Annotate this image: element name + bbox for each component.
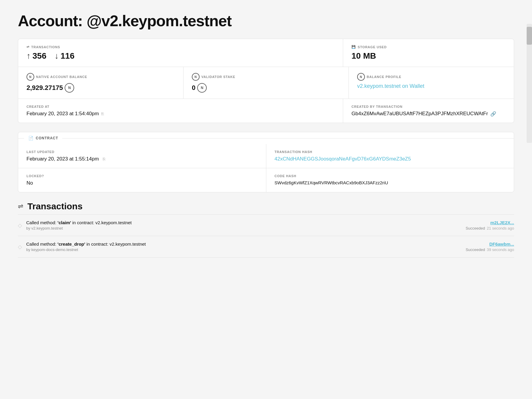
transactions-section-icon: ⇌ — [18, 202, 23, 210]
stats-row-1: ⇌ TRANSACTIONS ↑ 356 ↓ 116 💾 STORAGE USE… — [18, 39, 514, 67]
last-updated-value: February 20, 2023 at 1:55:14pm ⎘ — [27, 156, 258, 162]
near-badge-balance: N — [65, 83, 74, 93]
contract-title-text: CONTRACT — [36, 136, 58, 140]
validator-cell: N VALIDATOR STAKE 0 N — [183, 67, 349, 99]
storage-icon: 💾 — [351, 45, 356, 49]
created-by-cell: CREATED BY TRANSACTION Gb4xZ6MvAwE7aUBUS… — [343, 99, 514, 123]
tx-info-2: Called method: 'create_drop' in contract… — [26, 241, 146, 252]
scrollbar-thumb[interactable] — [527, 27, 532, 45]
tx-by-2: by keypom-docs-demo.testnet — [26, 247, 146, 252]
contract-row-1: LAST UPDATED February 20, 2023 at 1:55:1… — [18, 144, 514, 168]
stats-row-3: CREATED AT February 20, 2023 at 1:54:40p… — [18, 99, 514, 123]
native-balance-value: 2,929.27175 N — [27, 83, 175, 93]
locked-label: LOCKED? — [27, 174, 258, 178]
up-arrow-icon: ↑ — [27, 51, 31, 61]
created-at-copy-icon[interactable]: ⎘ — [101, 111, 104, 116]
tx-method-1: Called method: 'claim' in contract: v2.k… — [26, 220, 132, 225]
transactions-icon: ⇌ — [27, 45, 29, 49]
created-by-value[interactable]: Gb4xZ6MvAwE7aUBUSAftF7HEZpA3PJFMzhXREUCW… — [351, 111, 505, 117]
last-updated-copy-icon[interactable]: ⎘ — [103, 157, 105, 161]
validator-label: N VALIDATOR STAKE — [192, 73, 340, 81]
locked-cell: LOCKED? No — [18, 168, 266, 192]
table-row: ◇ Called method: 'claim' in contract: v2… — [18, 215, 514, 236]
transactions-section-title: Transactions — [27, 201, 83, 211]
transactions-label: ⇌ TRANSACTIONS — [27, 45, 335, 49]
tx-hash-link-2[interactable]: DF6awbm... — [489, 241, 514, 247]
balance-profile-label: N BALANCE PROFILE — [357, 73, 505, 81]
created-by-label: CREATED BY TRANSACTION — [351, 105, 505, 108]
transactions-section: ⇌ Transactions ◇ Called method: 'claim' … — [18, 201, 514, 258]
created-by-tx-hash: Gb4xZ6MvAwE7aUBUSAftF7HEZpA3PJFMzhXREUCW… — [351, 111, 488, 117]
balance-profile-link[interactable]: v2.keypom.testnet on Wallet — [357, 83, 424, 89]
code-hash-label: CODE HASH — [275, 174, 506, 178]
contract-section: 📄 CONTRACT LAST UPDATED February 20, 202… — [18, 132, 514, 192]
near-icon-validator: N — [192, 73, 200, 81]
created-at-cell: CREATED AT February 20, 2023 at 1:54:40p… — [18, 99, 343, 123]
contract-doc-icon: 📄 — [28, 136, 33, 141]
contract-header-line — [18, 138, 514, 138]
native-balance-label: N NATIVE ACCOUNT BALANCE — [27, 73, 175, 81]
page-title: Account: @v2.keypom.testnet — [18, 12, 514, 30]
native-balance-cell: N NATIVE ACCOUNT BALANCE 2,929.27175 N — [18, 67, 183, 99]
tx-status-row-1: Succeeded 21 seconds ago — [466, 226, 514, 230]
locked-value: No — [27, 180, 258, 186]
table-row: ◇ Called method: 'create_drop' in contra… — [18, 236, 514, 258]
balance-profile-cell: N BALANCE PROFILE v2.keypom.testnet on W… — [349, 67, 514, 99]
transactions-up: 356 — [32, 51, 46, 61]
transactions-value: ↑ 356 ↓ 116 — [27, 51, 335, 61]
transactions-down: 116 — [60, 51, 74, 61]
contract-row-2: LOCKED? No CODE HASH SWvdz6gKvWfZ1XqwRVR… — [18, 168, 514, 192]
near-icon-profile: N — [357, 73, 365, 81]
tx-time-2: 39 seconds ago — [487, 247, 514, 252]
tx-arrow-icon-1: ◇ — [18, 222, 22, 229]
created-at-value: February 20, 2023 at 1:54:40pm ⎘ — [27, 111, 335, 117]
tx-method-2: Called method: 'create_drop' in contract… — [26, 241, 146, 247]
tx-by-1: by v2.keypom.testnet — [26, 226, 132, 230]
tx-hash-cell: TRANSACTION HASH 42xCNdHANEGGSJoosqoraNe… — [266, 144, 514, 168]
transaction-right-1: m2LJE2X... Succeeded 21 seconds ago — [466, 220, 514, 230]
storage-label: 💾 STORAGE USED — [351, 45, 505, 49]
transaction-right-2: DF6awbm... Succeeded 39 seconds ago — [466, 241, 514, 252]
validator-value: 0 N — [192, 83, 340, 93]
transactions-list: ◇ Called method: 'claim' in contract: v2… — [18, 214, 514, 258]
scrollbar[interactable] — [527, 24, 532, 143]
created-at-label: CREATED AT — [27, 105, 335, 108]
stats-row-2: N NATIVE ACCOUNT BALANCE 2,929.27175 N N… — [18, 67, 514, 99]
tx-time-1: 21 seconds ago — [487, 226, 514, 230]
tx-status-2: Succeeded — [466, 247, 485, 252]
transaction-left-1: ◇ Called method: 'claim' in contract: v2… — [18, 220, 132, 230]
tx-info-1: Called method: 'claim' in contract: v2.k… — [26, 220, 132, 230]
transactions-header: ⇌ Transactions — [18, 201, 514, 211]
near-badge-validator: N — [197, 83, 207, 93]
stats-grid: ⇌ TRANSACTIONS ↑ 356 ↓ 116 💾 STORAGE USE… — [18, 39, 514, 123]
last-updated-cell: LAST UPDATED February 20, 2023 at 1:55:1… — [18, 144, 266, 168]
tx-arrow-icon-2: ◇ — [18, 244, 22, 250]
near-icon-balance: N — [27, 73, 34, 81]
transaction-left-2: ◇ Called method: 'create_drop' in contra… — [18, 241, 146, 252]
tx-hash-link-1[interactable]: m2LJE2X... — [490, 220, 514, 225]
balance-profile-value[interactable]: v2.keypom.testnet on Wallet — [357, 83, 505, 89]
tx-hash-label: TRANSACTION HASH — [275, 150, 506, 154]
last-updated-label: LAST UPDATED — [27, 150, 258, 154]
tx-hash-value[interactable]: 42xCNdHANEGGSJoosqoraNeAFgvD76xG6AYDSmeZ… — [275, 156, 506, 162]
contract-title-wrap: 📄 CONTRACT — [24, 132, 62, 144]
storage-cell: 💾 STORAGE USED 10 MB — [343, 39, 514, 67]
down-arrow-icon: ↓ — [55, 51, 59, 61]
contract-header: 📄 CONTRACT — [18, 132, 514, 144]
tx-status-1: Succeeded — [466, 226, 485, 230]
storage-value: 10 MB — [351, 51, 505, 61]
code-hash-cell: CODE HASH SWvdz6gKvWfZ1XqwRVRWtbcvRACxb9… — [266, 168, 514, 192]
tx-status-row-2: Succeeded 39 seconds ago — [466, 247, 514, 252]
external-link-icon[interactable]: 🔗 — [490, 111, 496, 117]
transactions-cell: ⇌ TRANSACTIONS ↑ 356 ↓ 116 — [18, 39, 343, 67]
code-hash-value: SWvdz6gKvWfZ1XqwRVRWtbcvRACxb9oBXJ3AFzz2… — [275, 180, 506, 185]
